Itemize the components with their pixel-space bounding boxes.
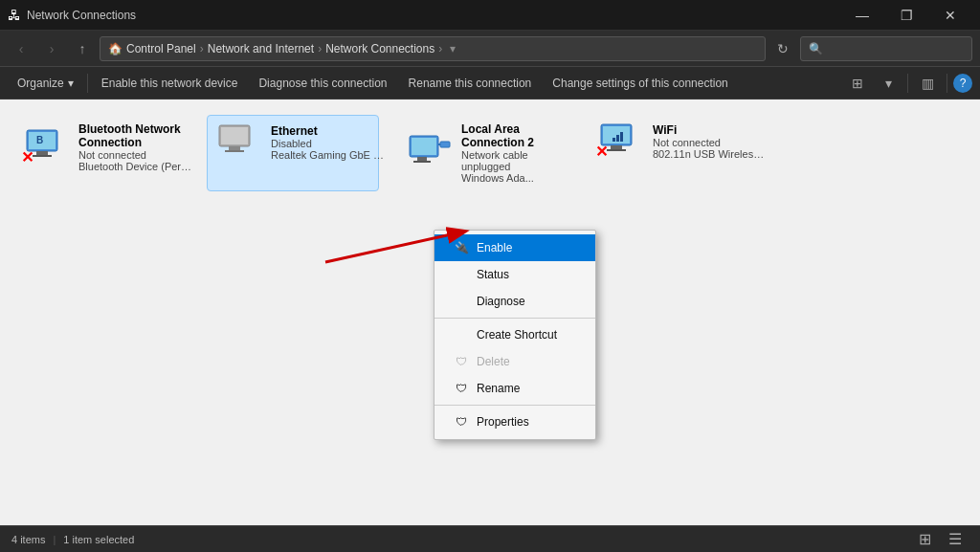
ethernet-name: Ethernet [271, 124, 386, 138]
ctx-diagnose[interactable]: Diagnose [434, 288, 595, 315]
restore-button[interactable]: ❐ [884, 0, 928, 31]
main-content: B ✕ Bluetooth Network Connection Not con… [0, 99, 980, 525]
ethernet-device: Realtek Gaming GbE Family Co [271, 149, 386, 161]
rename-button[interactable]: Rename this connection [399, 70, 542, 97]
dropdown-arrow[interactable]: ▾ [450, 42, 456, 55]
status-bar: 4 items | 1 item selected ⊞ ☰ [0, 525, 980, 552]
up-button[interactable]: ↑ [69, 35, 96, 62]
rename-icon: 🛡 [454, 381, 469, 396]
bluetooth-name: Bluetooth Network Connection [78, 122, 193, 149]
local-area-monitor-icon [406, 134, 452, 168]
shortcut-icon [454, 327, 469, 342]
ctx-separator-2 [434, 405, 595, 406]
item-count: 4 items [11, 534, 45, 545]
breadcrumb-ni: Network and Internet [208, 42, 314, 55]
svg-rect-7 [229, 146, 240, 150]
window-controls: — ❐ ✕ [840, 0, 972, 31]
help-button[interactable]: ? [953, 74, 972, 93]
wifi-device: 802.11n USB Wireless LAN Card [653, 148, 768, 160]
network-item-local-area-2[interactable]: Local Area Connection 2 Network cable un… [398, 115, 570, 191]
ctx-delete: 🛡 Delete [434, 348, 595, 375]
address-path[interactable]: 🏠 Control Panel › Network and Internet ›… [100, 36, 766, 61]
status-view-list[interactable]: ☰ [942, 526, 969, 553]
selected-count: 1 item selected [63, 534, 134, 545]
status-right: ⊞ ☰ [911, 526, 969, 553]
breadcrumb-icon: 🏠 [108, 42, 122, 55]
window-icon: 🖧 [8, 8, 21, 23]
svg-text:B: B [36, 135, 43, 145]
ethernet-status: Disabled [271, 138, 386, 149]
refresh-button[interactable]: ↻ [769, 35, 796, 62]
diagnose-button[interactable]: Diagnose this connection [249, 70, 396, 97]
enable-device-button[interactable]: Enable this network device [92, 70, 248, 97]
svg-rect-20 [616, 135, 619, 142]
local-area-name: Local Area Connection 2 [461, 122, 563, 149]
ethernet-info: Ethernet Disabled Realtek Gaming GbE Fam… [271, 124, 386, 161]
local-area-info: Local Area Connection 2 Network cable un… [461, 122, 563, 184]
svg-rect-8 [225, 150, 244, 152]
search-icon: 🔍 [809, 42, 823, 55]
ctx-properties[interactable]: 🛡 Properties [434, 408, 595, 435]
network-item-ethernet[interactable]: Ethernet Disabled Realtek Gaming GbE Fam… [207, 115, 379, 191]
svg-rect-21 [620, 132, 623, 142]
network-item-wifi[interactable]: ✕ WiFi Not connected 802.11n USB Wireles… [590, 115, 762, 191]
search-box[interactable]: 🔍 [800, 36, 972, 61]
toolbar-separator-1 [87, 74, 88, 93]
delete-icon: 🛡 [454, 354, 469, 369]
minimize-button[interactable]: — [840, 0, 884, 31]
toolbar-right: ⊞ ▾ ▥ ? [844, 70, 972, 97]
svg-line-23 [325, 232, 464, 262]
view-dropdown-button[interactable]: ▾ [875, 70, 902, 97]
ethernet-icon-wrap [215, 123, 261, 162]
view-icons-button[interactable]: ⊞ [844, 70, 871, 97]
red-arrow [316, 224, 479, 272]
title-bar: 🖧 Network Connections — ❐ ✕ [0, 0, 980, 31]
forward-button[interactable]: › [38, 35, 65, 62]
ethernet-monitor-icon [215, 123, 254, 158]
back-button[interactable]: ‹ [8, 35, 34, 62]
wifi-icon-wrap: ✕ [597, 122, 643, 161]
toolbar: Organize ▾ Enable this network device Di… [0, 67, 980, 99]
bluetooth-icon-wrap: B ✕ [23, 128, 69, 166]
wifi-info: WiFi Not connected 802.11n USB Wireless … [653, 123, 768, 160]
window-title: Network Connections [27, 9, 840, 22]
address-bar: ‹ › ↑ 🏠 Control Panel › Network and Inte… [0, 31, 980, 67]
status-view-icons[interactable]: ⊞ [911, 526, 938, 553]
svg-rect-10 [412, 138, 436, 155]
svg-rect-6 [221, 127, 248, 144]
svg-rect-18 [607, 149, 626, 151]
close-button[interactable]: ✕ [928, 0, 972, 31]
network-item-bluetooth[interactable]: B ✕ Bluetooth Network Connection Not con… [15, 115, 188, 191]
wifi-error-icon: ✕ [595, 143, 608, 161]
toolbar-separator-2 [907, 74, 908, 93]
organize-button[interactable]: Organize ▾ [8, 70, 83, 97]
svg-rect-3 [33, 155, 52, 157]
svg-rect-12 [413, 161, 431, 163]
properties-icon: 🛡 [454, 414, 469, 430]
ctx-separator-1 [434, 318, 595, 319]
bluetooth-device: Bluetooth Device (Personal Area ... [78, 161, 193, 172]
breadcrumb-cp[interactable]: Control Panel [126, 42, 196, 55]
local-area-device: Windows Ada... [461, 172, 563, 184]
wifi-name: WiFi [653, 123, 768, 137]
diagnose-icon [454, 294, 469, 309]
local-area-status: Network cable unplugged [461, 149, 563, 172]
change-settings-button[interactable]: Change settings of this connection [543, 70, 737, 97]
bluetooth-status: Not connected [78, 149, 193, 161]
bluetooth-error-icon: ✕ [21, 148, 33, 166]
ctx-rename[interactable]: 🛡 Rename [434, 375, 595, 402]
toolbar-separator-3 [947, 74, 947, 93]
bluetooth-info: Bluetooth Network Connection Not connect… [78, 122, 193, 172]
preview-pane-button[interactable]: ▥ [914, 70, 941, 97]
svg-rect-11 [417, 157, 427, 161]
local-area-icon-wrap [406, 134, 452, 172]
svg-rect-13 [440, 142, 450, 147]
wifi-status: Not connected [653, 137, 768, 148]
svg-rect-19 [612, 138, 615, 142]
breadcrumb-nc[interactable]: Network Connections [325, 42, 434, 55]
svg-rect-2 [36, 151, 48, 155]
ctx-create-shortcut[interactable]: Create Shortcut [434, 321, 595, 348]
svg-rect-17 [611, 145, 622, 149]
